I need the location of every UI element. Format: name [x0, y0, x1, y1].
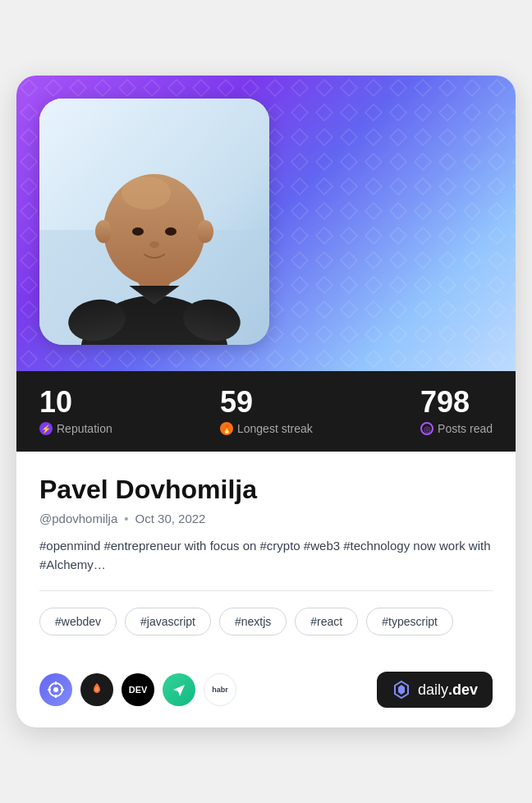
daily-dev-badge[interactable]: daily.dev — [377, 672, 493, 708]
flame-streak-icon: 🔥 — [220, 422, 233, 435]
svg-point-15 — [53, 687, 58, 692]
streak-label: 🔥 Longest streak — [220, 422, 313, 435]
source-icon-crosshair[interactable] — [39, 673, 72, 706]
daily-badge-label: daily.dev — [418, 681, 478, 699]
daily-dev-icon — [392, 680, 411, 700]
profile-name: Pavel Dovhomilja — [39, 475, 493, 505]
profile-bio: #openmind #entrepreneur with focus on #c… — [39, 537, 493, 574]
stat-posts: 798 ◎ Posts read — [420, 388, 493, 435]
stats-bar: 10 ⚡ Reputation 59 🔥 Longest streak 798 … — [16, 371, 516, 452]
streak-value: 59 — [220, 388, 313, 417]
tag-webdev[interactable]: #webdev — [39, 608, 117, 636]
reputation-label: ⚡ Reputation — [39, 422, 112, 435]
svg-point-10 — [95, 220, 112, 243]
daily-text-bold: .dev — [448, 681, 478, 698]
avatar-wrapper — [39, 99, 269, 345]
svg-point-11 — [197, 220, 213, 243]
stat-reputation: 10 ⚡ Reputation — [39, 388, 112, 435]
tags-section: #webdev #javascript #nextjs #react #type… — [39, 608, 493, 636]
svg-point-8 — [165, 227, 177, 236]
meta-dot: • — [124, 512, 128, 525]
svg-point-9 — [149, 241, 159, 248]
circle-posts-icon: ◎ — [420, 422, 433, 435]
tag-nextjs[interactable]: #nextjs — [219, 608, 287, 636]
username: @pdovhomilja — [39, 512, 117, 525]
habr-text: habr — [212, 686, 228, 694]
tag-react[interactable]: #react — [295, 608, 358, 636]
profile-meta: @pdovhomilja • Oct 30, 2022 — [39, 512, 493, 525]
avatar — [39, 99, 269, 345]
section-divider — [39, 590, 493, 591]
source-icons: DEV habr — [39, 673, 236, 706]
posts-value: 798 — [420, 388, 493, 417]
stat-streak: 59 🔥 Longest streak — [220, 388, 313, 435]
posts-label: ◎ Posts read — [420, 422, 493, 435]
source-icon-feedly[interactable] — [163, 673, 195, 706]
svg-point-7 — [132, 227, 144, 236]
profile-section: Pavel Dovhomilja @pdovhomilja • Oct 30, … — [16, 452, 516, 672]
tag-typescript[interactable]: #typescript — [366, 608, 453, 636]
source-icon-hashnode[interactable] — [80, 673, 113, 706]
svg-point-6 — [122, 177, 171, 209]
card-header — [16, 76, 516, 371]
reputation-value: 10 — [39, 388, 112, 417]
profile-card: 10 ⚡ Reputation 59 🔥 Longest streak 798 … — [16, 76, 516, 727]
card-footer: DEV habr daily.dev — [16, 672, 516, 727]
tag-javascript[interactable]: #javascript — [125, 608, 211, 636]
source-icon-dev[interactable]: DEV — [122, 673, 154, 706]
lightning-icon: ⚡ — [39, 422, 53, 435]
join-date: Oct 30, 2022 — [135, 512, 206, 525]
daily-text-regular: daily — [418, 681, 448, 698]
source-icon-habr[interactable]: habr — [204, 673, 236, 706]
